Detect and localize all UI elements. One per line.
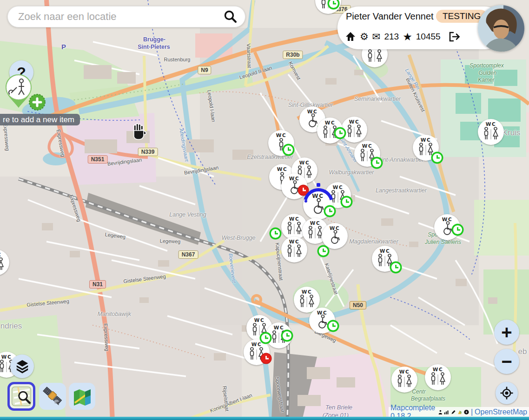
map-marker-wc-mf[interactable]: WC: [425, 364, 451, 390]
search-input[interactable]: [17, 10, 223, 23]
layers-icon: [15, 359, 29, 374]
svg-text:WC: WC: [433, 367, 443, 372]
license-badge-icon[interactable]: [464, 408, 469, 416]
svg-text:WC: WC: [299, 160, 310, 165]
opening-hours-badge-green: [451, 223, 464, 238]
opening-hours-badge-green: [259, 332, 272, 346]
svg-text:WC: WC: [254, 317, 264, 323]
messages-count[interactable]: 213: [384, 32, 399, 42]
layers-button[interactable]: [10, 354, 34, 378]
basemap-carto-button[interactable]: [7, 382, 35, 411]
svg-text:WC: WC: [399, 369, 410, 374]
map-marker-wc-mf[interactable]: WC: [281, 236, 307, 262]
svg-text:WC: WC: [307, 109, 317, 114]
folded-map-icon: [72, 386, 93, 407]
opening-hours-badge-green: [317, 245, 330, 259]
svg-text:WC: WC: [330, 225, 340, 231]
svg-text:WC: WC: [317, 310, 327, 315]
opening-hours-badge-green: [282, 144, 295, 158]
opening-hours-badge-red: [260, 352, 272, 367]
theme-icon[interactable]: [457, 409, 462, 416]
svg-text:WC: WC: [277, 166, 287, 172]
attribution-bar: Mapcomplete 0.18.2 | OpenStreetMap: [389, 407, 529, 417]
osm-map-magnifier-icon: [11, 386, 32, 407]
logout-icon[interactable]: [448, 31, 460, 42]
zoom-out-button[interactable]: −: [494, 349, 519, 374]
map-markers-layer: WC WC WC WC WC WC WC WC: [0, 0, 529, 420]
home-icon[interactable]: [345, 31, 356, 42]
settings-gear-icon[interactable]: ⚙: [360, 31, 369, 42]
add-new-item-pin[interactable]: [4, 73, 48, 120]
stars-count[interactable]: 10455: [416, 32, 441, 42]
user-name[interactable]: Pieter Vander Vennet: [346, 11, 434, 22]
opening-hours-badge-green: [269, 227, 282, 242]
bottom-accent-bar: [0, 417, 529, 420]
opening-hours-badge-green: [390, 261, 402, 276]
svg-text:WC: WC: [442, 217, 452, 222]
basemap-satellite-button[interactable]: [39, 383, 66, 410]
svg-text:WC: WC: [380, 248, 390, 254]
svg-text:WC: WC: [302, 289, 312, 295]
opening-hours-badge-green: [327, 0, 340, 12]
attribution-separator: |: [471, 408, 473, 416]
svg-text:WC: WC: [421, 137, 431, 143]
stats-icon[interactable]: [444, 409, 449, 415]
opening-hours-badge-green: [327, 320, 339, 334]
svg-text:WC: WC: [276, 132, 286, 138]
direction-arc-indicator: [301, 183, 336, 205]
svg-text:WC: WC: [0, 252, 1, 257]
map-marker-wc-mf[interactable]: WC: [0, 249, 9, 276]
svg-text:WC: WC: [349, 119, 359, 125]
opening-hours-badge-green: [281, 329, 293, 344]
svg-text:WC: WC: [310, 220, 320, 226]
messages-envelope-icon[interactable]: ✉: [372, 31, 381, 42]
map-marker-wc-mf[interactable]: WC: [391, 367, 417, 393]
search-bar: [7, 6, 245, 27]
opening-hours-badge-green: [340, 196, 353, 210]
mapcomplete-app: VaartstraatKomvestLeopold II-laanLeopold…: [0, 0, 529, 420]
crosshair-icon: [500, 386, 514, 400]
contributor-icon[interactable]: [438, 409, 443, 416]
svg-text:WC: WC: [289, 176, 299, 181]
user-avatar[interactable]: [478, 5, 524, 52]
svg-text:WC: WC: [362, 143, 372, 149]
basemap-map-button[interactable]: [69, 383, 95, 410]
svg-text:WC: WC: [486, 121, 496, 127]
svg-text:WC: WC: [289, 239, 299, 244]
opening-hours-badge-green: [431, 151, 443, 166]
zoom-in-button[interactable]: +: [494, 320, 519, 345]
map-marker-wc-mf[interactable]: WC: [478, 119, 504, 145]
svg-text:WC: WC: [325, 120, 335, 125]
geolocate-button[interactable]: [496, 382, 518, 404]
star-icon[interactable]: ★: [403, 31, 412, 43]
opening-hours-badge-green: [334, 127, 346, 141]
satellite-icon: [42, 386, 63, 407]
edit-pencil-icon[interactable]: [451, 409, 456, 416]
svg-text:WC: WC: [289, 216, 299, 222]
opening-hours-badge-green: [370, 157, 383, 171]
opening-hours-badge-green: [324, 205, 336, 219]
search-icon[interactable]: [223, 9, 238, 25]
svg-text:WC: WC: [1, 354, 12, 360]
add-item-tooltip: re to add a new item: [0, 114, 80, 125]
osm-link[interactable]: OpenStreetMap: [475, 408, 527, 416]
